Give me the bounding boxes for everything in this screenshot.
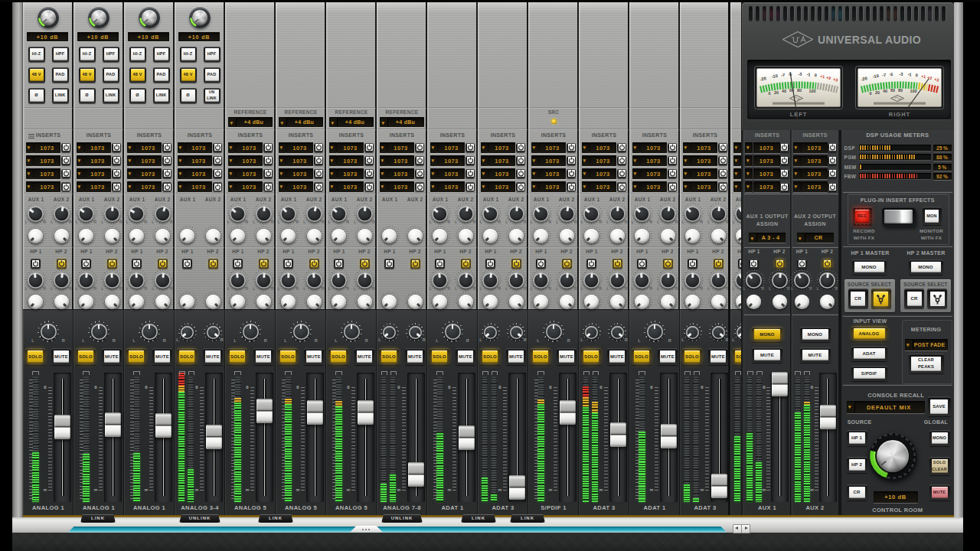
svg-text:-5: -5	[889, 72, 893, 77]
svg-text:40: 40	[782, 89, 786, 93]
svg-text:-7: -7	[882, 73, 886, 77]
svg-text:80: 80	[898, 88, 903, 93]
svg-text:40: 40	[883, 89, 887, 93]
svg-text:0: 0	[814, 73, 817, 77]
svg-text:0: 0	[769, 91, 771, 96]
svg-text:100: 100	[809, 89, 816, 93]
svg-text:20: 20	[875, 90, 880, 95]
svg-text:0: 0	[870, 91, 872, 96]
svg-text:-3: -3	[899, 72, 903, 77]
svg-text:-3: -3	[798, 72, 802, 77]
svg-text:+2: +2	[826, 75, 831, 80]
svg-text:0: 0	[915, 73, 918, 77]
svg-text:60: 60	[890, 88, 895, 93]
svg-text:-7: -7	[781, 73, 785, 77]
svg-text:80: 80	[797, 88, 802, 93]
svg-text:-1: -1	[907, 72, 911, 77]
svg-text:20: 20	[774, 90, 779, 95]
svg-text:100: 100	[910, 89, 917, 93]
svg-text:-10: -10	[872, 73, 879, 79]
svg-text:+1: +1	[820, 73, 825, 79]
svg-text:-10: -10	[771, 73, 778, 79]
svg-text:-1: -1	[806, 72, 810, 77]
svg-text:+1: +1	[921, 73, 926, 79]
